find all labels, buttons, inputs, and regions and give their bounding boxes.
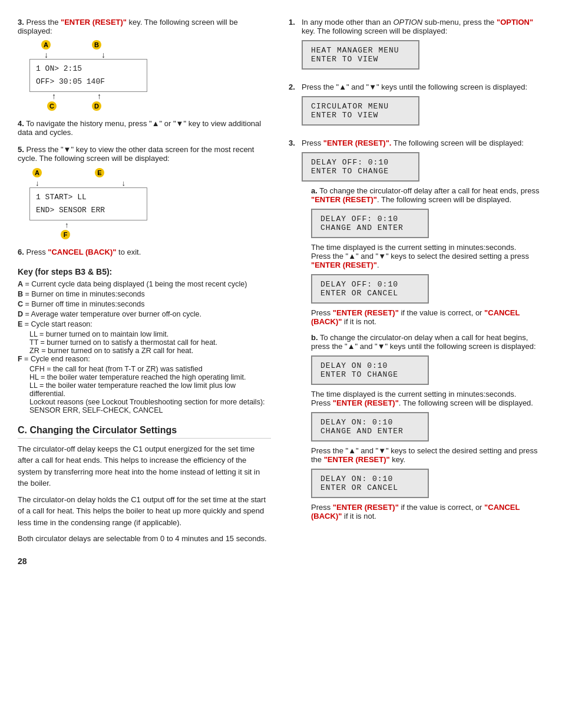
label-e2: E (95, 168, 104, 177)
sub-b-key3: "ENTER (RESET)" (333, 503, 399, 512)
key-e-sub3: ZR = burner turned on to satisfy a ZR ca… (29, 347, 271, 355)
lcd-a-cancel-l1: DELAY OFF: 0:10 (320, 280, 419, 289)
key-f: F = Cycle end reason: (18, 355, 271, 363)
lcd1-wrapper: HEAT MANAGER MENU ENTER TO VIEW (302, 35, 544, 74)
lcd-a-cancel: DELAY OFF: 0:10 ENTER OR CANCEL (311, 274, 429, 304)
section-c-para1: The circulator-off delay keeps the C1 ou… (18, 443, 271, 489)
lcd2-line1: CIRCULATOR MENU (311, 102, 410, 111)
diagram2-bottom-labels: F (61, 229, 271, 239)
label-f2: F (61, 230, 70, 239)
diagram1-row2: OFF> 30:05 140F (36, 75, 141, 88)
step-3: 3. Press the "ENTER (RESET)" key. The fo… (18, 18, 271, 111)
arrow-e2: ↓ (122, 179, 126, 187)
r3-text2: The following screen will be displayed: (391, 139, 524, 147)
key-section: Key (for steps B3 & B5): A = Current cyc… (18, 267, 271, 414)
r1-text1: In any mode other than an OPTION sub-men… (302, 18, 497, 27)
right-step-3: Press "ENTER (RESET)". The following scr… (289, 139, 544, 521)
lcd1-line1: HEAT MANAGER MENU (311, 46, 410, 55)
diagram1-row1: 1 ON> 2:15 (36, 62, 141, 75)
lcd1: HEAT MANAGER MENU ENTER TO VIEW (302, 40, 419, 70)
diagram1-bottom-labels: C D (47, 101, 271, 111)
r1-italic: OPTION (393, 18, 422, 27)
lcd2: CIRCULATOR MENU ENTER TO VIEW (302, 96, 419, 126)
right-column: In any mode other than an OPTION sub-men… (289, 18, 544, 566)
section-c: C. Changing the Circulator Settings The … (18, 425, 271, 545)
lcd-a-cancel-l2: ENTER OR CANCEL (320, 289, 419, 298)
sub-b-intro: b. To change the circulator-on delay whe… (311, 333, 544, 351)
sub-b-key1: "ENTER (RESET)" (333, 398, 399, 407)
lcd-b-on-l2: ENTER TO CHANGE (320, 370, 419, 379)
diagram2-box: 1 START> LL END> SENSOR ERR (29, 187, 147, 220)
step-6: 6. Press "CANCEL (BACK)" to exit. (18, 248, 271, 256)
lcd-a-change: DELAY OFF: 0:10 CHANGE AND ENTER (311, 209, 429, 238)
step-6-text2: to exit. (116, 248, 141, 256)
key-f-sub1: CFH = the call for heat (from T-T or ZR)… (29, 365, 271, 373)
key-title: Key (for steps B3 & B5): (18, 267, 271, 276)
lcd-b-on-cancel-l1: DELAY ON: 0:10 (320, 475, 419, 483)
left-column: 3. Press the "ENTER (RESET)" key. The fo… (18, 18, 271, 566)
sub-a-text5: Press "ENTER (RESET)" if the value is co… (311, 308, 544, 326)
diagram1-top-labels: A B (41, 40, 271, 50)
lcd-b-on-cancel-l2: ENTER OR CANCEL (320, 483, 419, 492)
sub-a-text1: To change the circulator-off delay after… (319, 186, 539, 195)
lcd2-wrapper: CIRCULATOR MENU ENTER TO VIEW (302, 91, 544, 130)
r3-key: "ENTER (RESET)". (323, 139, 392, 147)
diagram2-row2: END> SENSOR ERR (36, 204, 141, 217)
lcd-a-change-l2: CHANGE AND ENTER (320, 223, 419, 232)
arrow-c1: ↑ (52, 92, 56, 100)
label-c1: C (47, 101, 57, 111)
sub-b-text1: To change the circulator-on delay when a… (311, 333, 536, 351)
sub-a-text3: The time displayed is the current settin… (311, 243, 544, 252)
lcd1-line2: ENTER TO VIEW (311, 55, 410, 64)
step-4-num: 4. (18, 119, 24, 128)
sub-a-key1: "ENTER (RESET)" (311, 195, 377, 204)
lcd-b-on-change: DELAY ON 0:10 ENTER TO CHANGE (311, 355, 429, 385)
sub-a-key3: "ENTER (RESET)" (333, 308, 399, 317)
sub-b-text2: The time displayed is the current settin… (311, 390, 544, 398)
right-step-2: Press the "▲" and "▼" keys until the fol… (289, 83, 544, 130)
diagram1-wrapper: A B ↓ ↓ 1 ON> 2:15 OFF> 30:05 140F ↑ ↑ C (29, 40, 271, 111)
arrow-b1: ↓ (101, 51, 105, 59)
label-a1: A (41, 40, 51, 50)
diagram1-top-arrows: ↓ ↓ (44, 51, 271, 59)
step-5-text: Press the "▼" key to view the other data… (18, 145, 254, 163)
arrow-a1: ↓ (44, 51, 48, 59)
page-number: 28 (18, 556, 271, 566)
lcd-b-on-change2-l1: DELAY ON: 0:10 (320, 418, 419, 427)
key-e: E = Cycle start reason: (18, 320, 271, 328)
label-a2: A (32, 168, 42, 177)
label-b1: B (92, 40, 101, 50)
lcd3-line1: DELAY OFF: 0:10 (311, 158, 410, 167)
sub-b-text4: Press the "▲" and "▼" keys to select the… (311, 446, 544, 464)
step-5: 5. Press the "▼" key to view the other d… (18, 145, 271, 239)
step-5-num: 5. (18, 145, 24, 154)
diagram2-top-labels: A E (32, 167, 271, 177)
step-4-text: To navigate the history menu, press "▲" … (18, 119, 261, 137)
key-a: A = Current cycle data being displayed (… (18, 280, 271, 288)
key-f-sub3: LL = the boiler water temperature reache… (29, 381, 271, 398)
step-3-text: Press the (26, 18, 61, 27)
right-steps: In any mode other than an OPTION sub-men… (289, 18, 544, 521)
step-3-key: "ENTER (RESET)" (61, 18, 127, 27)
arrow-d1: ↑ (97, 92, 101, 100)
lcd-b-on-change2: DELAY ON: 0:10 CHANGE AND ENTER (311, 412, 429, 442)
sub-a-intro: a. To change the circulator-off delay af… (311, 186, 544, 204)
key-f-sub4: Lockout reasons (see Lockout Troubleshoo… (29, 398, 271, 414)
key-b: B = Burner on time in minutes:seconds (18, 290, 271, 298)
key-d: D = Average water temperature over burne… (18, 310, 271, 318)
sub-b-letter: b. (311, 333, 318, 342)
key-e-sub1: LL = burner turned on to maintain low li… (29, 330, 271, 338)
section-c-para2: The circulator-on delay holds the C1 out… (18, 494, 271, 529)
step-6-key: "CANCEL (BACK)" (48, 248, 116, 256)
lcd3-wrapper: DELAY OFF: 0:10 ENTER TO CHANGE (302, 147, 544, 186)
sub-b-text3: Press "ENTER (RESET)". The following scr… (311, 398, 544, 407)
sub-a-letter: a. (311, 186, 318, 195)
key-e-sub2: TT = burner turned on to satisfy a therm… (29, 338, 271, 347)
r2-text: Press the "▲" and "▼" keys until the fol… (302, 83, 527, 91)
sub-b-key2: "ENTER (RESET)" (324, 455, 390, 464)
key-f-sub2: HL = the boiler water temperature reache… (29, 373, 271, 381)
diagram1-bottom-arrows: ↑ ↑ (52, 92, 271, 100)
lcd-b-on-change2-l2: CHANGE AND ENTER (320, 427, 419, 436)
sub-a-text4: Press the "▲" and "▼" keys to select the… (311, 252, 544, 269)
sub-step-a: a. To change the circulator-off delay af… (311, 186, 544, 326)
